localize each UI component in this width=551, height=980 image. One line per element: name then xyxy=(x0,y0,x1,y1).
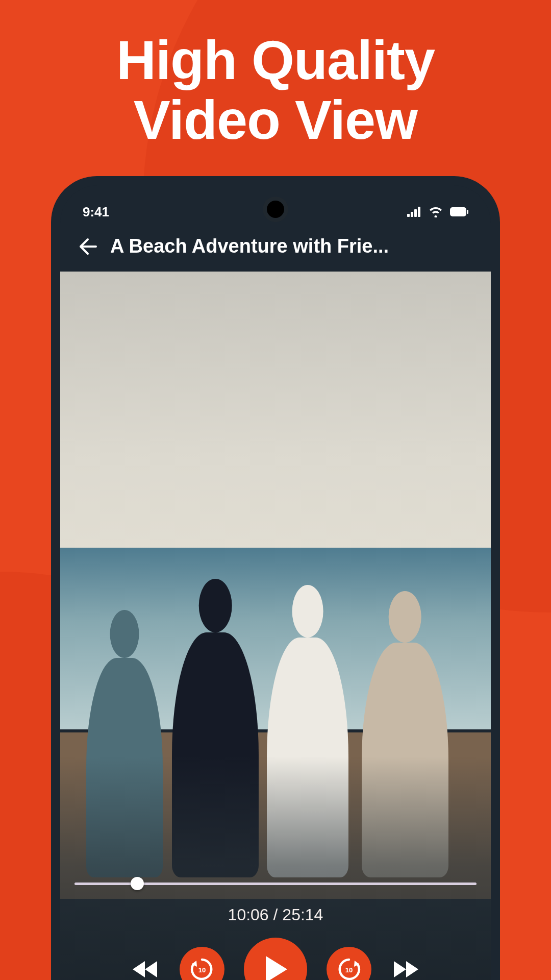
video-title: A Beach Adventure with Frie... xyxy=(110,235,389,257)
app-bar: A Beach Adventure with Frie... xyxy=(60,223,491,272)
rewind-10-button[interactable]: 10 xyxy=(180,947,224,980)
rewind-seconds-label: 10 xyxy=(198,966,206,974)
status-time: 9:41 xyxy=(83,204,109,220)
forward-10-icon: 10 xyxy=(335,955,363,980)
back-button[interactable] xyxy=(78,236,98,257)
camera-punch-hole xyxy=(267,201,284,218)
next-button[interactable] xyxy=(391,958,419,980)
svg-rect-3 xyxy=(418,207,420,217)
battery-icon xyxy=(450,207,468,216)
slider-thumb[interactable] xyxy=(131,877,144,890)
signal-icon xyxy=(407,207,421,217)
wifi-icon xyxy=(429,206,443,217)
time-display: 10:06 / 25:14 xyxy=(60,905,491,924)
previous-icon xyxy=(132,958,160,980)
back-arrow-icon xyxy=(78,236,98,257)
headline-line-2: Video View xyxy=(0,90,551,150)
svg-rect-5 xyxy=(467,210,468,214)
play-button[interactable] xyxy=(244,938,307,980)
headline-line-1: High Quality xyxy=(0,31,551,90)
phone-frame: 9:41 A Beach Adven xyxy=(51,176,500,980)
rewind-10-icon: 10 xyxy=(188,955,216,980)
forward-10-button[interactable]: 10 xyxy=(327,947,371,980)
progress-slider[interactable] xyxy=(74,878,477,889)
player-controls: 10 10 xyxy=(60,938,491,980)
phone-screen: 9:41 A Beach Adven xyxy=(60,185,491,980)
forward-seconds-label: 10 xyxy=(345,966,353,974)
svg-rect-4 xyxy=(450,207,466,216)
svg-rect-0 xyxy=(407,214,410,217)
play-icon xyxy=(262,954,289,980)
promo-background: High Quality Video View 9:41 xyxy=(0,0,551,980)
status-indicators xyxy=(407,206,468,217)
next-icon xyxy=(391,958,419,980)
video-viewport[interactable]: 10:06 / 25:14 10 xyxy=(60,272,491,980)
svg-rect-1 xyxy=(411,212,413,217)
svg-rect-2 xyxy=(414,209,417,217)
previous-button[interactable] xyxy=(132,958,160,980)
promo-headline: High Quality Video View xyxy=(0,0,551,150)
